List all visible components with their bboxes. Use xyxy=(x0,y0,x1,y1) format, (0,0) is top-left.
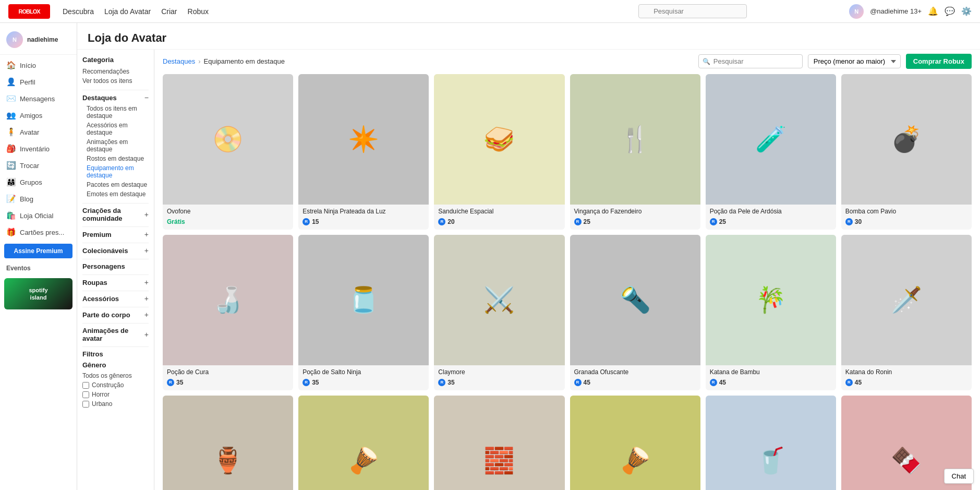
product-card[interactable]: 🎋Katana de BambuR45 xyxy=(706,235,836,390)
product-card[interactable]: 🔦Granada OfuscanteR45 xyxy=(570,235,700,390)
filter-destaques-collapse[interactable]: − xyxy=(144,93,149,102)
sidebar-item-trocar[interactable]: 🔄 Trocar xyxy=(0,157,77,174)
product-card[interactable]: 🏺CáliceR50 xyxy=(163,396,293,490)
filter-animacoes-title: Animações de avatar xyxy=(82,327,144,342)
filter-horror-checkbox[interactable] xyxy=(82,391,89,398)
settings-icon[interactable]: ⚙️ xyxy=(961,6,972,16)
nav-robux[interactable]: Robux xyxy=(188,5,209,18)
filter-rostos-destaque[interactable]: Rostos em destaque xyxy=(82,154,149,163)
sidebar-item-blog[interactable]: 📝 Blog xyxy=(0,190,77,207)
filter-parte-corpo-title: Parte do corpo xyxy=(82,311,130,319)
notifications-icon[interactable]: 🔔 xyxy=(928,6,938,16)
filter-genero-construcao[interactable]: Construção xyxy=(82,380,149,390)
filter-personagens: Personagens xyxy=(82,262,149,270)
robux-icon: R xyxy=(710,379,717,386)
product-card[interactable]: ✴️Estrela Ninja Prateada da LuzR15 xyxy=(298,74,429,230)
avatar-icon: 🧍 xyxy=(6,127,16,137)
product-card[interactable]: 🍶Poção de CuraR35 xyxy=(163,235,293,390)
breadcrumb-parent[interactable]: Destaques xyxy=(163,57,195,65)
filter-roupas-title: Roupas xyxy=(82,279,107,286)
filter-animacoes-avatar: Animações de avatar + xyxy=(82,327,149,342)
filter-ver-todos[interactable]: Ver todos os itens xyxy=(82,76,149,86)
sidebar-item-loja[interactable]: 🛍️ Loja Oficial xyxy=(0,207,77,224)
filter-genero-all[interactable]: Todos os gêneros xyxy=(82,371,149,380)
product-search-input[interactable] xyxy=(698,54,803,68)
sidebar-item-cartoes[interactable]: 🎁 Cartões pres... xyxy=(0,224,77,241)
sidebar-item-amigos[interactable]: 👥 Amigos xyxy=(0,107,77,124)
top-nav-search-input[interactable] xyxy=(638,4,747,18)
filter-premium-expand[interactable]: + xyxy=(144,230,149,238)
filter-acessorios-expand[interactable]: + xyxy=(144,294,149,303)
breadcrumb-current: Equipamento em destaque xyxy=(204,57,285,65)
filter-roupas-expand[interactable]: + xyxy=(144,278,149,286)
sidebar-item-avatar[interactable]: 🧍 Avatar xyxy=(0,124,77,140)
nav-loja-avatar[interactable]: Loja do Avatar xyxy=(104,5,151,18)
filter-recomendacoes[interactable]: Recomendações xyxy=(82,67,149,76)
product-card[interactable]: 🧪Poção da Pele de ArdósiaR25 xyxy=(706,74,836,230)
chat-button[interactable]: Chat xyxy=(944,469,974,484)
product-image: 🗡️ xyxy=(841,235,972,365)
filter-emotes-destaque[interactable]: Emotes em destaque xyxy=(82,189,149,199)
chat-bubble-icon[interactable]: 💬 xyxy=(945,6,955,16)
product-card[interactable]: 🧱Tapete ComumR50 xyxy=(434,396,564,490)
filter-equipamento-destaque[interactable]: Equipamento em destaque xyxy=(82,163,149,180)
filter-parte-corpo-expand[interactable]: + xyxy=(144,310,149,319)
product-info: Estrela Ninja Prateada da LuzR15 xyxy=(298,205,429,230)
sidebar: N nadiehime 🏠 Início 👤 Perfil ✉️ Mensage… xyxy=(0,23,77,490)
product-area: Destaques › Equipamento em destaque 🔍 Pr… xyxy=(154,50,980,490)
filter-genero-header: Gênero xyxy=(82,361,149,369)
product-image: 🪘 xyxy=(298,396,429,490)
nav-criar[interactable]: Criar xyxy=(161,5,177,18)
filter-pacotes-destaque[interactable]: Pacotes em destaque xyxy=(82,180,149,189)
filter-todos-destaque[interactable]: Todos os itens em destaque xyxy=(82,104,149,121)
nav-descubra[interactable]: Descubra xyxy=(63,5,94,18)
sidebar-item-inventario[interactable]: 🎒 Inventário xyxy=(0,140,77,157)
filter-genero-urbano[interactable]: Urbano xyxy=(82,399,149,409)
product-card[interactable]: ⚔️ClaymoreR35 xyxy=(434,235,564,390)
product-name: Katana de Bambu xyxy=(710,368,832,377)
sidebar-label-inventario: Inventário xyxy=(20,145,50,153)
product-name: Claymore xyxy=(438,368,560,377)
product-price: R15 xyxy=(303,218,425,225)
filter-urbano-checkbox[interactable] xyxy=(82,401,89,408)
product-image: 🍶 xyxy=(163,235,293,365)
gift-card-icon: 🎁 xyxy=(6,228,16,237)
store-icon: 🛍️ xyxy=(6,211,16,220)
product-price: R45 xyxy=(574,379,696,386)
sidebar-label-mensagens: Mensagens xyxy=(20,95,55,103)
filter-urbano-label: Urbano xyxy=(92,400,112,408)
buy-robux-button[interactable]: Comprar Robux xyxy=(906,54,972,69)
spotify-island-banner[interactable]: spotify island xyxy=(4,278,72,309)
filter-animacoes-destaque[interactable]: Animações em destaque xyxy=(82,137,149,154)
product-card[interactable]: 🥪Sanduíche EspacialR20 xyxy=(434,74,564,230)
filter-criacoes-header: Criações da comunidade + xyxy=(82,207,149,222)
sort-select[interactable]: Preço (menor ao maior) xyxy=(808,54,901,68)
premium-button[interactable]: Assine Premium xyxy=(4,244,72,258)
sidebar-item-grupos[interactable]: 👨‍👩‍👧 Grupos xyxy=(0,174,77,190)
product-card[interactable]: 🫙Poção de Salto NinjaR35 xyxy=(298,235,429,390)
sidebar-item-mensagens[interactable]: ✉️ Mensagens xyxy=(0,90,77,107)
product-card[interactable]: 🪘Matraca de 2018R50 xyxy=(570,396,700,490)
product-info: ClaymoreR35 xyxy=(434,365,564,390)
product-card[interactable]: 🥤Bloxy ColaR50 xyxy=(706,396,836,490)
filter-criacoes-expand[interactable]: + xyxy=(144,210,149,219)
filter-colecoes-expand[interactable]: + xyxy=(144,246,149,255)
product-card[interactable]: 📀OvofoneGrátis xyxy=(163,74,293,230)
filter-acessorios-destaque[interactable]: Acessórios em destaque xyxy=(82,121,149,137)
sidebar-item-inicio[interactable]: 🏠 Início xyxy=(0,57,77,74)
filter-parte-corpo: Parte do corpo + xyxy=(82,310,149,319)
product-card[interactable]: 🪘Matraca Giratória de 2019R50 xyxy=(298,396,429,490)
breadcrumb-bar: Destaques › Equipamento em destaque 🔍 Pr… xyxy=(163,54,972,69)
product-card[interactable]: 🗡️Katana do RoninR45 xyxy=(841,235,972,390)
filter-construcao-checkbox[interactable] xyxy=(82,382,89,389)
top-nav-links: Descubra Loja do Avatar Criar Robux xyxy=(63,5,626,18)
top-username: @nadiehime 13+ xyxy=(870,7,922,15)
product-card[interactable]: 💣Bomba com PavioR30 xyxy=(841,74,972,230)
sidebar-item-perfil[interactable]: 👤 Perfil xyxy=(0,74,77,90)
filter-genero-horror[interactable]: Horror xyxy=(82,390,149,399)
product-name: Sanduíche Espacial xyxy=(438,208,560,216)
filter-animacoes-expand[interactable]: + xyxy=(144,330,149,339)
product-card[interactable]: 🍴Vingança do FazendeiroR25 xyxy=(570,74,700,230)
product-name: Estrela Ninja Prateada da Luz xyxy=(303,208,425,216)
product-image: 🥪 xyxy=(434,74,564,205)
